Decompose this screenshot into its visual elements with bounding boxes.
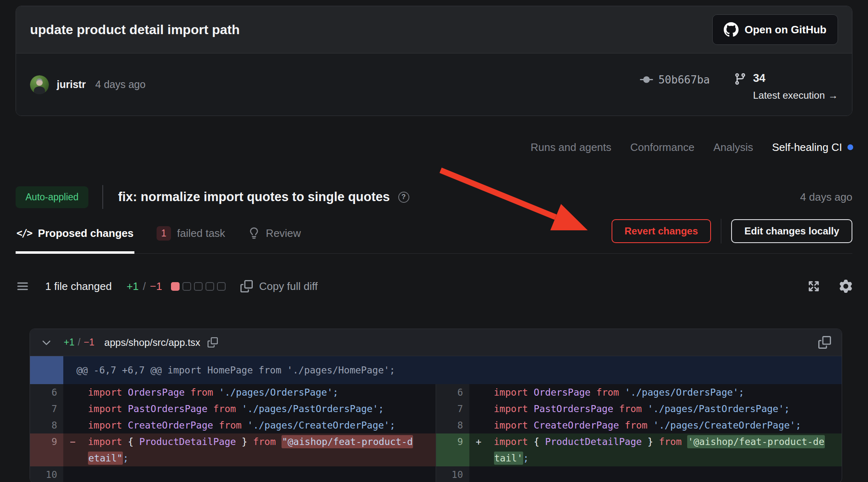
line-number: 6 <box>30 384 63 401</box>
code-content <box>82 466 436 482</box>
code-content: import OrdersPage from './pages/OrdersPa… <box>82 384 436 401</box>
nav-item-runs-and-agents[interactable]: Runs and agents <box>531 141 612 154</box>
copy-path-icon[interactable] <box>208 337 218 348</box>
hunk-header-text: @@ -6,7 +6,7 @@ import HomePage from './… <box>63 356 395 384</box>
execution-column: 34 Latest execution→ <box>753 68 838 101</box>
hunk-gutter <box>30 356 63 384</box>
chevron-down-icon[interactable] <box>41 337 52 348</box>
nav-item-analysis[interactable]: Analysis <box>713 141 753 154</box>
diff-toolbar: 1 file changed +1 / −1 Copy full diff <box>16 274 852 298</box>
auto-applied-badge: Auto-applied <box>16 186 88 208</box>
author-group: juristr 4 days ago <box>30 75 145 94</box>
file-list-menu-icon[interactable] <box>16 279 30 293</box>
fix-time-ago: 4 days ago <box>800 191 852 204</box>
commit-card: update product detail import path Open o… <box>16 6 852 116</box>
edit-changes-locally-button[interactable]: Edit changes locally <box>731 219 852 243</box>
lightbulb-icon <box>248 227 260 239</box>
help-icon[interactable]: ? <box>398 192 409 203</box>
line-number: 8 <box>30 417 63 433</box>
diff-block <box>194 282 203 291</box>
stat-slash: / <box>143 280 146 293</box>
diff-line-6: 6import OrdersPage from './pages/OrdersP… <box>436 384 842 401</box>
diff-marker <box>63 417 82 433</box>
line-number: 9 <box>30 433 63 466</box>
top-nav: Runs and agentsConformanceAnalysisSelf-h… <box>15 139 853 155</box>
diff-line-10: 10 <box>30 466 436 482</box>
page-title: update product detail import path <box>30 22 240 37</box>
code-content: import CreateOrderPage from './pages/Cre… <box>82 417 436 433</box>
file-deletions: −1 <box>84 337 95 348</box>
line-number: 10 <box>436 466 469 482</box>
action-buttons: Revert changes Edit changes locally <box>612 218 853 253</box>
code-content: import OrdersPage from './pages/OrdersPa… <box>488 384 842 401</box>
code-content: import PastOrdersPage from './pages/Past… <box>82 401 436 417</box>
diff-line-9-removed: 9−import { ProductDetailPage } from "@ai… <box>30 433 436 466</box>
commit-card-header: update product detail import path Open o… <box>16 6 852 53</box>
diff-line-10: 10 <box>436 466 842 482</box>
diff-line-8: 8import CreateOrderPage from './pages/Cr… <box>436 417 842 433</box>
hunk-header-row: @@ -6,7 +6,7 @@ import HomePage from './… <box>30 356 842 384</box>
nav-item-label: Analysis <box>713 141 753 154</box>
files-changed-label: 1 file changed <box>45 280 112 293</box>
code-content: import { ProductDetailPage } from '@aish… <box>488 433 842 466</box>
file-additions: +1 <box>64 337 74 348</box>
nav-item-label: Runs and agents <box>531 141 612 154</box>
line-number: 8 <box>436 417 469 433</box>
open-on-github-button[interactable]: Open on GitHub <box>712 14 838 45</box>
gear-icon[interactable] <box>839 280 852 293</box>
tab-label: Review <box>266 227 301 240</box>
latest-execution-link[interactable]: Latest execution→ <box>753 90 838 101</box>
git-commit-icon <box>640 73 653 86</box>
diff-block <box>182 282 191 291</box>
button-divider <box>721 219 721 243</box>
self-healing-ci-page: update product detail import path Open o… <box>0 0 868 482</box>
code-content: import { ProductDetailPage } from "@aish… <box>82 433 436 466</box>
code-content: import CreateOrderPage from './pages/Cre… <box>488 417 842 433</box>
commit-time-ago: 4 days ago <box>95 79 145 90</box>
line-number: 9 <box>436 433 469 466</box>
commit-hash-group[interactable]: 50b667ba <box>640 73 710 86</box>
diff-marker <box>469 466 488 482</box>
avatar-image <box>30 75 49 94</box>
tabs-row: </>Proposed changes1failed taskReview Re… <box>16 218 852 254</box>
diff-marker: + <box>469 433 488 466</box>
diff-marker <box>469 401 488 417</box>
code-content <box>488 466 842 482</box>
diff-panels: 6import OrdersPage from './pages/OrdersP… <box>30 384 842 482</box>
diff-panel-new: 6import OrdersPage from './pages/OrdersP… <box>436 384 842 482</box>
tab-review[interactable]: Review <box>247 218 302 253</box>
diff-blocks-meter <box>171 282 226 291</box>
execution-group: 34 Latest execution→ <box>734 68 838 101</box>
github-icon <box>724 22 739 37</box>
commit-meta-group: 50b667ba 34 Latest execution→ <box>640 68 838 101</box>
diff-block <box>217 282 226 291</box>
expand-fullscreen-icon[interactable] <box>807 280 820 293</box>
diff-marker <box>469 384 488 401</box>
copy-full-diff-button[interactable]: Copy full diff <box>240 280 318 293</box>
run-count: 34 <box>753 72 838 85</box>
notification-dot-icon <box>847 144 853 150</box>
nav-item-self-healing-ci[interactable]: Self-healing CI <box>772 141 853 154</box>
tab-failed-task[interactable]: 1failed task <box>156 218 226 253</box>
diff-block <box>171 282 180 291</box>
line-number: 6 <box>436 384 469 401</box>
diff-line-6: 6import OrdersPage from './pages/OrdersP… <box>30 384 436 401</box>
fix-headline-row: Auto-applied fix: normalize import quote… <box>16 185 852 209</box>
copy-file-diff-icon[interactable] <box>818 336 831 349</box>
diff-marker: − <box>63 433 82 466</box>
code-icon: </> <box>16 227 32 239</box>
line-number: 10 <box>30 466 63 482</box>
tab-proposed-changes[interactable]: </>Proposed changes <box>16 218 134 253</box>
commit-hash: 50b667ba <box>658 74 710 86</box>
clipboard-icon <box>240 280 253 292</box>
line-number: 7 <box>436 401 469 417</box>
diff-line-8: 8import CreateOrderPage from './pages/Cr… <box>30 417 436 433</box>
nav-item-label: Conformance <box>630 141 695 154</box>
nav-item-conformance[interactable]: Conformance <box>630 141 695 154</box>
latest-execution-label: Latest execution <box>753 90 825 101</box>
diff-marker <box>63 384 82 401</box>
tab-label: failed task <box>177 227 225 240</box>
avatar[interactable] <box>30 75 49 94</box>
diff-file-card: +1 / −1 apps/shop/src/app.tsx @@ -6,7 +6… <box>30 329 842 482</box>
revert-changes-button[interactable]: Revert changes <box>612 219 711 243</box>
